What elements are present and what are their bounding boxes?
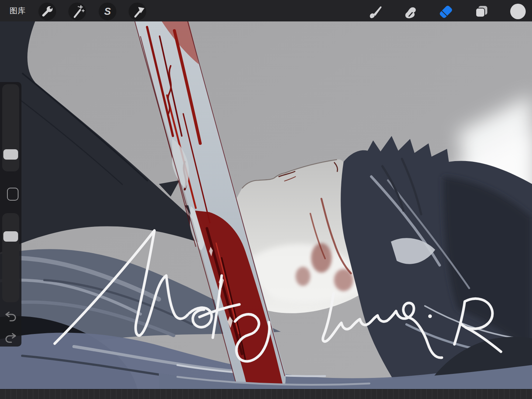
redo-button[interactable] [3,330,18,345]
modify-button[interactable] [7,188,18,201]
artwork-illustration [0,21,532,389]
opacity-handle[interactable] [3,231,18,242]
actions-button[interactable] [38,3,56,20]
undo-arrow-icon [3,309,18,324]
top-toolbar: 图库 S [0,0,532,21]
wrench-icon [39,3,55,20]
color-swatch-circle [510,3,526,20]
selection-button[interactable]: S [99,3,116,20]
undo-button[interactable] [3,309,18,324]
erase-tool-button[interactable] [437,3,455,20]
eraser-icon [438,3,454,20]
transform-arrow-icon [129,3,146,20]
smudge-icon [402,3,418,20]
brush-icon [366,3,382,20]
procreate-workspace: 图库 S [0,0,532,399]
brush-size-handle[interactable] [3,149,18,160]
opacity-slider[interactable] [2,213,19,302]
brush-sidebar [0,82,21,347]
selection-s-icon: S [99,3,116,20]
transform-button[interactable] [129,3,146,20]
layers-icon [474,3,490,20]
smudge-tool-button[interactable] [401,3,419,20]
brush-size-slider[interactable] [2,84,19,171]
layers-button[interactable] [473,3,491,20]
color-swatch-button[interactable] [509,3,527,20]
svg-text:S: S [104,6,111,17]
paint-tool-button[interactable] [365,3,383,20]
gallery-button[interactable]: 图库 [10,0,26,21]
adjustments-button[interactable] [68,3,86,20]
canvas-edge-strip [0,389,532,399]
redo-arrow-icon [3,330,18,345]
magic-wand-icon [69,3,85,20]
drawing-canvas[interactable] [0,21,532,389]
